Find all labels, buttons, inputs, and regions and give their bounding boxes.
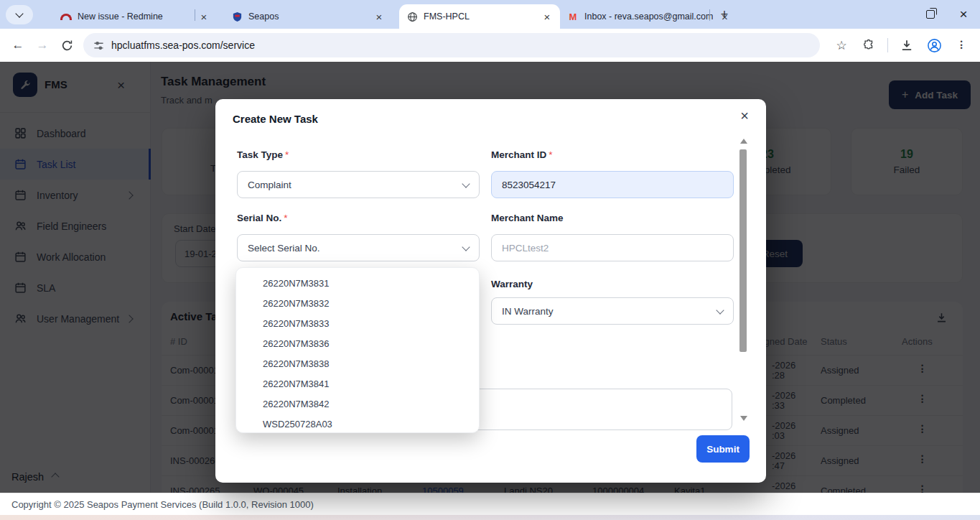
serial-no-select[interactable]: Select Serial No. — [237, 234, 480, 261]
taskbar-edge — [0, 515, 980, 520]
window-close-button[interactable] — [947, 0, 980, 29]
star-icon — [836, 38, 846, 53]
bookmark-star-button[interactable] — [830, 34, 853, 57]
serial-option[interactable]: 26220N7M3836 — [236, 334, 479, 354]
serial-option[interactable]: 26220N7M3841 — [236, 374, 479, 394]
warranty-label: Warranty — [491, 279, 734, 289]
serial-no-label: Serial No.* — [237, 213, 480, 223]
download-icon — [900, 39, 913, 52]
browser-tab[interactable]: Inbox - reva.seapos@gmail.com — [560, 4, 737, 29]
required-asterisk: * — [284, 213, 287, 223]
redmine-icon — [60, 11, 72, 22]
downloads-button[interactable] — [895, 34, 918, 57]
modal-scrollbar-thumb[interactable] — [739, 149, 747, 352]
task-type-label: Task Type* — [237, 149, 480, 160]
merchant-name-placeholder: HPCLtest2 — [502, 243, 549, 254]
tab-close-icon[interactable] — [373, 11, 385, 22]
new-tab-button[interactable] — [717, 6, 732, 22]
tab-search-button[interactable] — [6, 5, 33, 24]
profile-icon — [927, 38, 942, 53]
puzzle-icon — [862, 39, 875, 52]
tab-separator — [709, 9, 710, 21]
chevron-down-icon — [716, 306, 724, 314]
tab-close-icon[interactable] — [541, 11, 553, 22]
tab-separator — [195, 9, 195, 21]
scroll-up-icon[interactable] — [740, 139, 747, 144]
task-type-value: Complaint — [248, 180, 291, 190]
required-asterisk: * — [549, 149, 552, 160]
toolbar-actions — [830, 34, 973, 57]
serial-option[interactable]: 26220N7M3831 — [236, 274, 479, 294]
scroll-down-icon[interactable] — [740, 416, 747, 421]
required-asterisk: * — [285, 149, 289, 160]
reload-icon — [61, 40, 73, 52]
serial-no-placeholder: Select Serial No. — [248, 243, 320, 254]
warranty-value: IN Warranty — [502, 306, 554, 317]
serial-option[interactable]: 26220N7M3842 — [236, 394, 479, 414]
tune-icon — [93, 40, 104, 51]
serial-no-dropdown: 26220N7M3831 26220N7M3832 26220N7M3833 2… — [235, 267, 480, 433]
chevron-down-icon — [15, 9, 23, 17]
seapos-icon — [231, 11, 243, 22]
copyright-text: Copyright © 2025 Seapos Payment Services… — [11, 499, 314, 510]
tab-title: Inbox - reva.seapos@gmail.com — [584, 11, 713, 22]
tab-title: Seapos — [248, 11, 368, 22]
gmail-icon — [567, 11, 579, 22]
merchant-name-label: Merchant Name — [491, 213, 734, 223]
globe-icon — [406, 11, 418, 22]
app-footer: Copyright © 2025 Seapos Payment Services… — [0, 493, 980, 515]
close-icon — [959, 6, 967, 22]
tab-close-icon[interactable] — [198, 11, 210, 22]
screen: New issue - Redmine Seapos — [0, 0, 980, 520]
tab-title: FMS-HPCL — [424, 11, 536, 22]
browser-menu-button[interactable] — [950, 34, 973, 57]
browser-tab-strip: New issue - Redmine Seapos — [0, 0, 980, 29]
merchant-id-value: 8523054217 — [502, 180, 556, 190]
modal-title: Create New Task — [233, 113, 318, 125]
serial-option[interactable]: 26220N7M3832 — [236, 294, 479, 314]
forward-button[interactable] — [30, 33, 55, 57]
task-type-select[interactable]: Complaint — [237, 171, 480, 198]
window-restore-button[interactable] — [914, 0, 947, 29]
serial-option[interactable]: 26220N7M3838 — [236, 354, 479, 374]
tab-title: New issue - Redmine — [78, 11, 192, 22]
reload-button[interactable] — [55, 33, 79, 57]
submit-button[interactable]: Submit — [696, 435, 750, 463]
browser-tab[interactable]: FMS-HPCL — [399, 4, 560, 29]
back-button[interactable] — [6, 33, 30, 57]
browser-tab[interactable]: Seapos — [224, 4, 392, 29]
serial-option[interactable]: 26220N7M3833 — [236, 314, 479, 334]
window-minimize-button[interactable] — [881, 0, 914, 29]
window-controls — [881, 0, 980, 29]
tabs: New issue - Redmine Seapos — [43, 4, 737, 29]
chevron-down-icon — [462, 180, 470, 187]
browser-tab[interactable]: New issue - Redmine — [53, 4, 217, 29]
toolbar-divider — [887, 38, 888, 52]
merchant-id-label: Merchant ID* — [491, 149, 734, 160]
restore-icon — [926, 10, 935, 19]
profile-button[interactable] — [923, 34, 946, 57]
serial-option[interactable]: WSD250728A03 — [236, 414, 479, 435]
browser-toolbar: hpcluatfms.sea-pos.com/service — [0, 29, 980, 62]
modal-close-button[interactable] — [740, 108, 749, 124]
kebab-menu-icon — [960, 40, 962, 50]
chevron-down-icon — [462, 243, 470, 251]
merchant-id-input[interactable]: 8523054217 — [491, 171, 734, 198]
extensions-button[interactable] — [857, 34, 880, 57]
warranty-select[interactable]: IN Warranty — [491, 297, 734, 325]
url-text: hpcluatfms.sea-pos.com/service — [111, 40, 255, 51]
merchant-name-input[interactable]: HPCLtest2 — [491, 234, 734, 261]
url-bar[interactable]: hpcluatfms.sea-pos.com/service — [83, 33, 820, 57]
